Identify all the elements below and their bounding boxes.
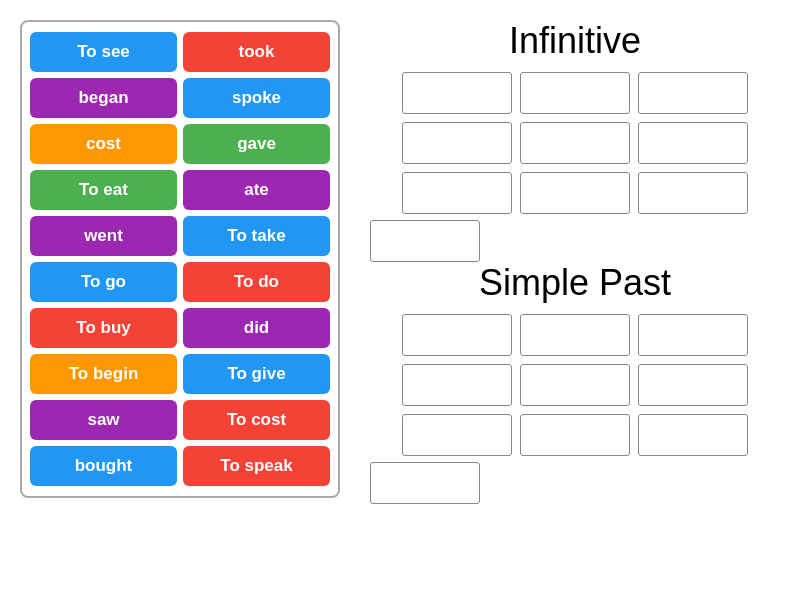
drop-cell[interactable] <box>638 122 748 164</box>
drop-cell[interactable] <box>520 364 630 406</box>
drop-cell[interactable] <box>638 314 748 356</box>
drop-cell[interactable] <box>402 364 512 406</box>
word-tile-saw[interactable]: saw <box>30 400 177 440</box>
drop-cell[interactable] <box>638 72 748 114</box>
word-tile-bought[interactable]: bought <box>30 446 177 486</box>
word-bank: To seetookbeganspokecostgaveTo eatatewen… <box>20 20 340 498</box>
word-tile-cost[interactable]: cost <box>30 124 177 164</box>
simple-past-title: Simple Past <box>479 262 671 304</box>
word-tile-gave[interactable]: gave <box>183 124 330 164</box>
drop-cell[interactable] <box>638 172 748 214</box>
drop-cell[interactable] <box>520 72 630 114</box>
simple-past-extra-row <box>370 462 780 504</box>
drop-cell[interactable] <box>402 122 512 164</box>
drop-cell[interactable] <box>402 72 512 114</box>
drop-cell[interactable] <box>520 314 630 356</box>
simple-past-grid <box>402 314 748 456</box>
word-tile-spoke[interactable]: spoke <box>183 78 330 118</box>
word-tile-began[interactable]: began <box>30 78 177 118</box>
word-tile-to-go[interactable]: To go <box>30 262 177 302</box>
infinitive-grid <box>402 72 748 214</box>
word-tile-to-speak[interactable]: To speak <box>183 446 330 486</box>
word-tile-to-eat[interactable]: To eat <box>30 170 177 210</box>
drop-cell[interactable] <box>638 364 748 406</box>
infinitive-extra-row <box>370 220 780 262</box>
word-tile-to-see[interactable]: To see <box>30 32 177 72</box>
simple-past-section: Simple Past <box>370 262 780 504</box>
drop-cell[interactable] <box>520 122 630 164</box>
drop-cell[interactable] <box>402 314 512 356</box>
word-tile-did[interactable]: did <box>183 308 330 348</box>
word-tile-ate[interactable]: ate <box>183 170 330 210</box>
drop-cell[interactable] <box>370 462 480 504</box>
drop-cell[interactable] <box>520 414 630 456</box>
drop-cell[interactable] <box>370 220 480 262</box>
word-tile-took[interactable]: took <box>183 32 330 72</box>
word-tile-to-cost[interactable]: To cost <box>183 400 330 440</box>
drop-cell[interactable] <box>402 172 512 214</box>
drop-cell[interactable] <box>520 172 630 214</box>
right-panel: Infinitive Simple Past <box>340 20 780 504</box>
word-tile-to-begin[interactable]: To begin <box>30 354 177 394</box>
word-tile-went[interactable]: went <box>30 216 177 256</box>
infinitive-section: Infinitive <box>370 20 780 262</box>
drop-cell[interactable] <box>402 414 512 456</box>
drop-cell[interactable] <box>638 414 748 456</box>
word-tile-to-take[interactable]: To take <box>183 216 330 256</box>
infinitive-title: Infinitive <box>509 20 641 62</box>
word-tile-to-do[interactable]: To do <box>183 262 330 302</box>
word-tile-to-give[interactable]: To give <box>183 354 330 394</box>
word-tile-to-buy[interactable]: To buy <box>30 308 177 348</box>
